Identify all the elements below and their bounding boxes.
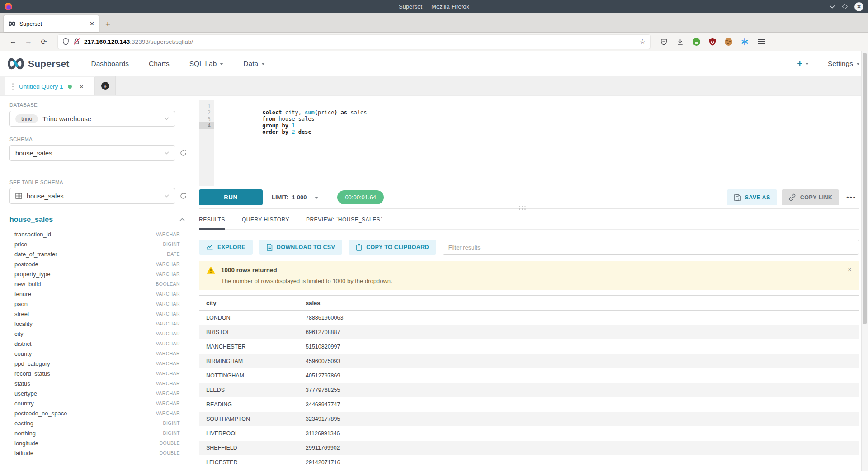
column-row[interactable]: new_build BOOLEAN xyxy=(9,279,188,289)
nav-data[interactable]: Data xyxy=(243,60,265,68)
column-row[interactable]: locality VARCHAR xyxy=(9,319,188,329)
column-row[interactable]: longitude DOUBLE xyxy=(9,438,188,448)
results-tab[interactable]: PREVIEW: `HOUSE_SALES` xyxy=(306,217,382,230)
run-button[interactable]: RUN xyxy=(199,189,263,205)
add-query-tab[interactable]: + xyxy=(95,76,116,95)
collapse-chevron-up-icon[interactable] xyxy=(179,218,185,221)
header-sales[interactable]: sales xyxy=(298,300,321,306)
copy-link-button[interactable]: COPY LINK xyxy=(782,189,839,205)
window-minimize-icon[interactable] xyxy=(830,5,835,9)
column-row[interactable]: date_of_transfer DATE xyxy=(9,249,188,259)
column-row[interactable]: city VARCHAR xyxy=(9,329,188,339)
sql-editor[interactable]: 1 select city, sum(price) as sales 2 fro… xyxy=(199,100,859,186)
column-row[interactable]: transaction_id VARCHAR xyxy=(9,229,188,239)
copy-to-clipboard-button[interactable]: COPY TO CLIPBOARD xyxy=(349,240,436,255)
code-token: as xyxy=(341,109,347,116)
drag-handle-icon[interactable] xyxy=(12,86,14,87)
results-table-header: city sales xyxy=(199,295,859,311)
filter-results-input[interactable] xyxy=(443,240,859,255)
table-row[interactable]: BRISTOL 69612708887 xyxy=(199,325,859,339)
column-row[interactable]: county VARCHAR xyxy=(9,349,188,358)
nav-charts[interactable]: Charts xyxy=(149,60,170,68)
settings-menu[interactable]: Settings xyxy=(828,60,860,68)
page-scrollbar[interactable] xyxy=(861,51,868,471)
table-title[interactable]: house_sales xyxy=(9,216,53,224)
table-row[interactable]: LEEDS 37779768255 xyxy=(199,383,859,397)
header-city[interactable]: city xyxy=(199,296,298,310)
menu-hamburger-icon[interactable] xyxy=(758,41,765,42)
schema-select[interactable]: house_sales xyxy=(9,145,175,161)
table-row[interactable]: MANCHESTER 51510820997 xyxy=(199,339,859,354)
results-tab[interactable]: QUERY HISTORY xyxy=(242,217,289,230)
column-name: record_status xyxy=(14,370,50,377)
privacy-badger-icon[interactable] xyxy=(693,38,700,46)
column-row[interactable]: paon VARCHAR xyxy=(9,299,188,309)
column-row[interactable]: property_type VARCHAR xyxy=(9,269,188,279)
table-row[interactable]: LONDON 788861960063 xyxy=(199,311,859,325)
column-row[interactable]: easting BIGINT xyxy=(9,418,188,428)
cookie-icon[interactable] xyxy=(725,38,732,46)
superset-brand[interactable]: Superset xyxy=(6,58,69,70)
column-row[interactable]: ppd_category VARCHAR xyxy=(9,358,188,368)
explore-button[interactable]: EXPLORE xyxy=(199,240,253,255)
column-type: VARCHAR xyxy=(156,271,188,277)
window-close-icon[interactable]: ✕ xyxy=(854,2,863,11)
table-row[interactable]: SHEFFIELD 29911769902 xyxy=(199,441,859,455)
insecure-lock-icon[interactable] xyxy=(73,38,80,45)
alert-title: 1000 rows returned xyxy=(221,267,277,273)
more-options-icon[interactable]: ••• xyxy=(844,193,859,201)
query-tab[interactable]: Untitled Query 1 × xyxy=(5,77,95,95)
download-csv-button[interactable]: DOWNLOAD TO CSV xyxy=(259,240,342,255)
pocket-shield-icon[interactable] xyxy=(660,38,668,46)
query-tab-close-icon[interactable]: × xyxy=(80,83,84,90)
column-type: VARCHAR xyxy=(156,410,188,416)
column-row[interactable]: street VARCHAR xyxy=(9,309,188,319)
back-icon[interactable]: ← xyxy=(5,38,21,46)
url-bar[interactable]: 217.160.120.143:32393/superset/sqllab/ ☆ xyxy=(58,35,650,49)
column-row[interactable]: postcode VARCHAR xyxy=(9,259,188,269)
extension-asterisk-icon[interactable] xyxy=(741,38,749,46)
refresh-table-schema-icon[interactable] xyxy=(179,192,188,200)
add-new-button[interactable]: + xyxy=(797,59,809,68)
shield-icon[interactable] xyxy=(62,38,69,45)
column-row[interactable]: tenure VARCHAR xyxy=(9,289,188,299)
column-row[interactable]: northing BIGINT xyxy=(9,428,188,438)
window-maximize-icon[interactable] xyxy=(842,4,848,9)
scrollbar-thumb[interactable] xyxy=(863,53,867,324)
nav-sql-lab[interactable]: SQL Lab xyxy=(189,60,224,68)
table-row[interactable]: LEICESTER 29142071716 xyxy=(199,455,859,470)
code-token xyxy=(295,129,298,135)
save-as-button[interactable]: SAVE AS xyxy=(727,189,777,205)
column-row[interactable]: district VARCHAR xyxy=(9,339,188,349)
screen: Superset — Mozilla Firefox ✕ Superset ✕ … xyxy=(0,0,868,471)
column-row[interactable]: postcode_no_space VARCHAR xyxy=(9,408,188,418)
table-schema-select[interactable]: house_sales xyxy=(9,188,175,204)
column-row[interactable]: record_status VARCHAR xyxy=(9,368,188,378)
alert-close-icon[interactable]: × xyxy=(848,266,852,274)
table-row[interactable]: NOTTINGHAM 40512797869 xyxy=(199,368,859,383)
column-row[interactable]: latitude DOUBLE xyxy=(9,448,188,458)
reload-icon[interactable]: ⟳ xyxy=(36,38,52,46)
limit-dropdown[interactable]: LIMIT: 1 000 xyxy=(272,194,318,201)
column-row[interactable]: country VARCHAR xyxy=(9,398,188,408)
table-row[interactable]: READING 34468947747 xyxy=(199,397,859,412)
refresh-schema-icon[interactable] xyxy=(179,149,188,157)
results-tab[interactable]: RESULTS xyxy=(199,217,225,230)
column-row[interactable]: price BIGINT xyxy=(9,239,188,249)
browser-tab[interactable]: Superset ✕ xyxy=(4,15,99,32)
table-row[interactable]: SOUTHAMPTON 32349177895 xyxy=(199,412,859,426)
ublock-icon[interactable] xyxy=(709,38,716,46)
column-row[interactable]: status VARCHAR xyxy=(9,378,188,388)
nav-dashboards[interactable]: Dashboards xyxy=(91,60,129,68)
column-name: county xyxy=(14,350,32,357)
downloads-icon[interactable] xyxy=(676,38,684,46)
database-select[interactable]: trino Trino warehouse xyxy=(9,111,175,127)
column-row[interactable]: usertype VARCHAR xyxy=(9,388,188,398)
new-tab-button[interactable]: + xyxy=(99,19,117,32)
table-row[interactable]: LIVERPOOL 31126991346 xyxy=(199,426,859,441)
browser-tab-close-icon[interactable]: ✕ xyxy=(90,20,94,27)
table-row[interactable]: BIRMINGHAM 45960075093 xyxy=(199,354,859,368)
bookmark-star-icon[interactable]: ☆ xyxy=(640,38,646,46)
forward-icon[interactable]: → xyxy=(21,38,36,46)
browser-titlebar: Superset — Mozilla Firefox ✕ xyxy=(0,0,868,13)
